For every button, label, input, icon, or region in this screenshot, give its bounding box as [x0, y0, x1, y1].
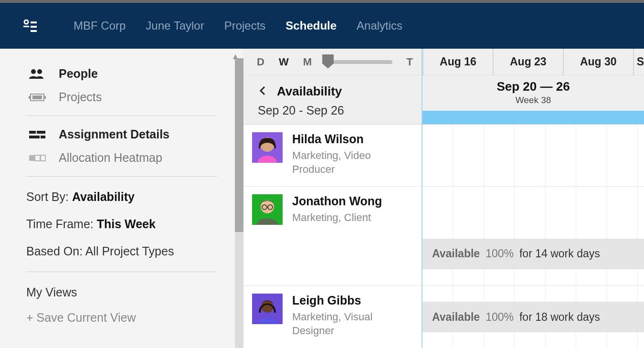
person-left: Leigh Gibbs Marketing, Visual Designer	[243, 286, 422, 348]
timeline-col[interactable]: Aug 16	[422, 49, 493, 75]
main: ▲ People Projects Assignment Details	[0, 49, 644, 348]
avatar	[252, 294, 283, 324]
avatar	[252, 132, 283, 163]
scale-month-button[interactable]: M	[298, 56, 317, 68]
svg-rect-4	[31, 30, 37, 32]
person-timeline[interactable]	[422, 125, 644, 186]
availability-rest: for 18 work days	[519, 311, 600, 324]
zoom-slider[interactable]	[321, 60, 396, 64]
availability-label: Available	[432, 311, 480, 324]
person-name: Leigh Gibbs	[292, 294, 413, 307]
slider-handle[interactable]	[322, 54, 334, 69]
svg-point-0	[24, 20, 28, 24]
nav-mbf-corp[interactable]: MBF Corp	[74, 19, 126, 32]
timeline-header: D W M T Aug 16 Aug 23 Aug 30 S	[243, 49, 644, 75]
person-timeline[interactable]: Available 100% for 18 work days	[422, 286, 644, 348]
timeline-columns: Aug 16 Aug 23 Aug 30 S	[422, 49, 644, 75]
person-role: Marketing, Video Producer	[292, 149, 413, 176]
svg-rect-11	[29, 131, 36, 134]
availability-title: Availability	[277, 84, 342, 99]
sidebar-scrollbar[interactable]	[235, 58, 243, 348]
sidebar-item-people[interactable]: People	[26, 62, 217, 85]
week-title: Sep 20 — 26	[496, 79, 570, 94]
assignment-details-icon	[26, 129, 48, 140]
week-highlight-bar	[422, 111, 644, 124]
sidebar-label: Projects	[59, 90, 102, 104]
svg-point-21	[261, 200, 274, 213]
availability-percent: 100%	[486, 311, 514, 324]
sidebar-label: People	[59, 67, 98, 81]
person-left: Hilda Wilson Marketing, Video Producer	[243, 125, 422, 186]
heatmap-icon	[26, 152, 48, 164]
scrollbar-thumb[interactable]	[235, 58, 243, 232]
svg-rect-10	[44, 96, 46, 99]
scale-today-button[interactable]: T	[401, 56, 413, 68]
person-row[interactable]: Jonathon Wong Marketing, Client Availabl…	[243, 187, 644, 286]
divider	[26, 272, 217, 272]
nav-analytics[interactable]: Analytics	[357, 19, 402, 32]
sidebar-item-assignment-details[interactable]: Assignment Details	[26, 123, 217, 146]
person-role: Marketing, Visual Designer	[292, 310, 413, 337]
divider	[26, 116, 217, 116]
slider-track[interactable]	[325, 60, 392, 64]
person-row[interactable]: Leigh Gibbs Marketing, Visual Designer A…	[243, 286, 644, 348]
time-frame-control[interactable]: Time Frame: This Week	[26, 211, 217, 238]
divider	[26, 176, 217, 177]
availability-header: Availability Sep 20 - Sep 26 Sep 20 — 26…	[243, 75, 644, 125]
time-frame-value: This Week	[97, 217, 156, 231]
svg-rect-3	[31, 26, 37, 28]
top-nav: MBF Corp June Taylor Projects Schedule A…	[0, 0, 644, 49]
nav-schedule[interactable]: Schedule	[285, 19, 337, 32]
svg-rect-12	[37, 131, 45, 134]
timeline-col[interactable]: S	[633, 49, 644, 75]
my-views-heading: My Views	[26, 279, 217, 306]
people-rows: Hilda Wilson Marketing, Video Producer	[243, 125, 644, 348]
week-subtitle: Week 38	[516, 95, 551, 105]
sidebar: ▲ People Projects Assignment Details	[0, 49, 243, 348]
svg-rect-13	[29, 136, 40, 138]
svg-point-6	[37, 69, 42, 74]
sort-by-control[interactable]: Sort By: Availability	[26, 183, 217, 211]
person-name: Jonathon Wong	[292, 194, 382, 208]
availability-range: Sep 20 - Sep 26	[258, 104, 410, 117]
svg-rect-9	[29, 96, 31, 99]
sidebar-item-projects[interactable]: Projects	[26, 85, 217, 109]
scale-day-button[interactable]: D	[252, 56, 269, 68]
svg-rect-2	[31, 21, 37, 23]
availability-bar[interactable]: Available 100% for 14 work days	[422, 239, 644, 269]
svg-rect-1	[23, 26, 29, 27]
svg-rect-16	[35, 155, 40, 161]
svg-rect-17	[41, 155, 45, 161]
sidebar-label: Assignment Details	[59, 127, 169, 141]
svg-rect-14	[41, 136, 45, 138]
timeline-col[interactable]: Aug 23	[493, 49, 563, 75]
timeline-scale-controls: D W M T	[243, 49, 422, 75]
person-name: Hilda Wilson	[292, 132, 413, 146]
back-icon[interactable]	[258, 85, 268, 98]
svg-rect-8	[32, 95, 42, 99]
availability-label: Available	[432, 247, 480, 260]
save-current-view-button[interactable]: + Save Current View	[26, 306, 217, 329]
sort-by-value: Availability	[72, 190, 135, 203]
person-row[interactable]: Hilda Wilson Marketing, Video Producer	[243, 125, 644, 187]
availability-percent: 100%	[486, 247, 514, 260]
person-timeline[interactable]: Available 100% for 14 work days	[422, 187, 644, 285]
based-on-control[interactable]: Based On: All Project Types	[26, 238, 217, 265]
svg-rect-15	[29, 155, 34, 161]
people-icon	[26, 68, 48, 80]
time-frame-key: Time Frame:	[26, 217, 97, 231]
projects-icon	[26, 92, 48, 103]
availability-bar[interactable]: Available 100% for 18 work days	[422, 302, 644, 332]
availability-rest: for 14 work days	[519, 247, 600, 260]
sort-by-key: Sort By:	[26, 190, 72, 203]
timeline-col[interactable]: Aug 30	[563, 49, 633, 75]
avatar	[252, 194, 283, 225]
availability-header-right[interactable]: Sep 20 — 26 Week 38	[422, 75, 644, 124]
scale-week-button[interactable]: W	[274, 56, 294, 68]
brand-icon[interactable]	[19, 18, 40, 34]
availability-header-left: Availability Sep 20 - Sep 26	[243, 75, 422, 124]
sidebar-label: Allocation Heatmap	[59, 151, 162, 165]
nav-projects[interactable]: Projects	[224, 19, 266, 32]
sidebar-item-allocation-heatmap[interactable]: Allocation Heatmap	[26, 146, 217, 169]
nav-june-taylor[interactable]: June Taylor	[146, 19, 204, 32]
